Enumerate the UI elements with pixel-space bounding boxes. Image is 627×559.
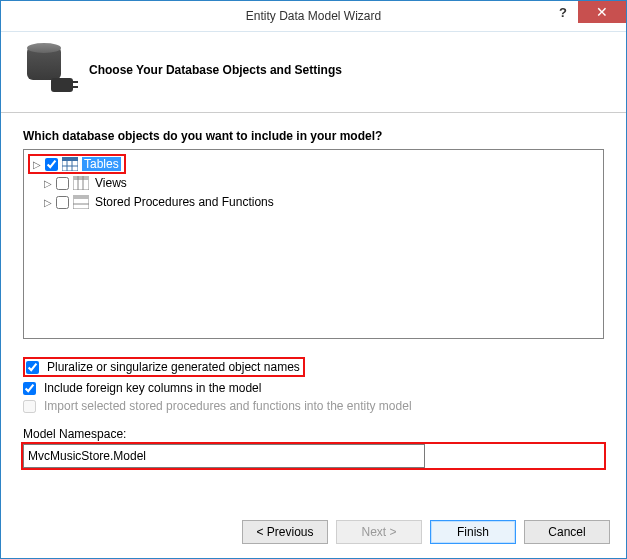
tables-icon — [62, 157, 78, 171]
views-checkbox[interactable] — [56, 177, 69, 190]
titlebar-buttons: ? ✕ — [548, 1, 626, 23]
help-button[interactable]: ? — [548, 1, 578, 23]
views-label: Views — [93, 176, 129, 190]
close-icon: ✕ — [596, 5, 608, 19]
wizard-footer: < Previous Next > Finish Cancel — [1, 507, 626, 558]
previous-button[interactable]: < Previous — [242, 520, 328, 544]
import-sprocs-checkbox — [23, 400, 36, 413]
expand-icon[interactable]: ▷ — [42, 197, 54, 208]
tables-label: Tables — [82, 157, 121, 171]
wizard-step-title: Choose Your Database Objects and Setting… — [89, 63, 342, 77]
fk-checkbox[interactable] — [23, 382, 36, 395]
pluralize-label[interactable]: Pluralize or singularize generated objec… — [47, 360, 300, 374]
sprocs-checkbox[interactable] — [56, 196, 69, 209]
finish-button[interactable]: Finish — [430, 520, 516, 544]
pluralize-checkbox[interactable] — [26, 361, 39, 374]
tables-checkbox[interactable] — [45, 158, 58, 171]
fk-label[interactable]: Include foreign key columns in the model — [44, 381, 261, 395]
svg-rect-6 — [73, 176, 89, 180]
titlebar: Entity Data Model Wizard ? ✕ — [1, 1, 626, 32]
option-import-sprocs-row: Import selected stored procedures and fu… — [23, 399, 604, 413]
database-icon — [25, 46, 73, 94]
tree-item-views[interactable]: ▷ Views — [28, 174, 599, 192]
namespace-input[interactable] — [23, 444, 425, 468]
next-button: Next > — [336, 520, 422, 544]
expand-icon[interactable]: ▷ — [42, 178, 54, 189]
svg-rect-10 — [73, 195, 89, 199]
wizard-body: Which database objects do you want to in… — [1, 113, 626, 507]
expand-icon[interactable]: ▷ — [31, 159, 43, 170]
tree-item-sprocs[interactable]: ▷ Stored Procedures and Functions — [28, 193, 599, 211]
options-group: Pluralize or singularize generated objec… — [23, 353, 604, 417]
option-fk-row: Include foreign key columns in the model — [23, 381, 604, 395]
tree-item-tables[interactable]: ▷ Tables — [28, 155, 599, 173]
option-pluralize-row: Pluralize or singularize generated objec… — [23, 357, 604, 377]
wizard-window: Entity Data Model Wizard ? ✕ Choose Your… — [0, 0, 627, 559]
namespace-highlight — [23, 444, 604, 468]
namespace-label: Model Namespace: — [23, 427, 604, 441]
wizard-header: Choose Your Database Objects and Setting… — [1, 32, 626, 113]
objects-tree[interactable]: ▷ Tables ▷ Views ▷ — [23, 149, 604, 339]
question-label: Which database objects do you want to in… — [23, 129, 604, 143]
sprocs-label: Stored Procedures and Functions — [93, 195, 276, 209]
sprocs-icon — [73, 195, 89, 209]
window-title: Entity Data Model Wizard — [246, 9, 381, 23]
import-sprocs-label: Import selected stored procedures and fu… — [44, 399, 412, 413]
cancel-button[interactable]: Cancel — [524, 520, 610, 544]
svg-rect-1 — [62, 157, 78, 161]
views-icon — [73, 176, 89, 190]
close-button[interactable]: ✕ — [578, 1, 626, 23]
